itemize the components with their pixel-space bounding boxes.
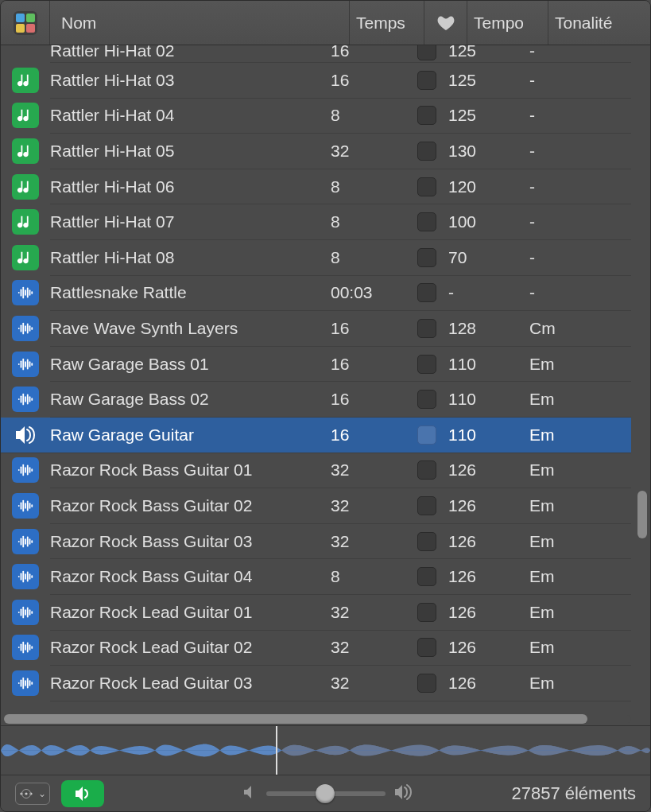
favorite-checkbox[interactable] xyxy=(417,355,436,374)
favorite-checkbox[interactable] xyxy=(417,567,436,586)
loop-name: Rattler Hi-Hat 02 xyxy=(50,45,331,60)
loop-favorite-cell xyxy=(405,638,448,657)
loop-name: Rattler Hi-Hat 07 xyxy=(50,212,331,231)
loop-row[interactable]: Rattler Hi-Hat 048125- xyxy=(50,99,631,134)
horizontal-scrollbar-thumb[interactable] xyxy=(4,714,587,724)
playhead[interactable] xyxy=(276,726,277,775)
audio-loop-icon xyxy=(12,316,39,341)
loop-tempo: 100 xyxy=(448,212,529,231)
loop-row-icon[interactable] xyxy=(1,422,50,448)
loop-row-icon[interactable] xyxy=(1,457,50,483)
favorite-checkbox[interactable] xyxy=(417,638,436,657)
item-count-label: 27857 éléments xyxy=(511,783,636,804)
loop-beats: 16 xyxy=(331,390,405,409)
favorite-checkbox[interactable] xyxy=(417,142,436,161)
volume-slider[interactable] xyxy=(266,791,386,796)
loop-row[interactable]: Raw Garage Guitar16110Em xyxy=(1,418,631,453)
horizontal-scrollbar[interactable] xyxy=(4,713,631,725)
loop-row[interactable]: Raw Garage Bass 0216110Em xyxy=(50,382,631,418)
loop-row-icon[interactable] xyxy=(1,493,50,519)
loop-row[interactable]: Rattler Hi-Hat 0216125- xyxy=(50,45,631,63)
volume-slider-knob[interactable] xyxy=(316,784,335,803)
column-header-favorite[interactable] xyxy=(424,1,467,45)
vertical-scrollbar[interactable] xyxy=(636,45,647,711)
loop-tempo: 126 xyxy=(448,460,529,480)
heart-icon xyxy=(437,15,455,31)
speaker-play-icon xyxy=(73,786,92,802)
favorite-checkbox[interactable] xyxy=(417,425,436,445)
loop-row-icon[interactable] xyxy=(1,352,50,377)
column-header-tempo[interactable]: Tempo xyxy=(467,1,548,45)
loop-row-icon[interactable] xyxy=(1,103,50,128)
loop-row-icon[interactable] xyxy=(1,387,50,412)
favorite-checkbox[interactable] xyxy=(417,248,436,267)
loop-row-icon[interactable] xyxy=(1,670,50,696)
favorite-checkbox[interactable] xyxy=(417,496,436,515)
loop-row[interactable]: Raw Garage Bass 0116110Em xyxy=(50,347,631,383)
more-menu-button[interactable]: ⌄ xyxy=(15,783,50,805)
loop-favorite-cell xyxy=(405,355,448,374)
loop-row[interactable]: Rattler Hi-Hat 0316125- xyxy=(50,63,631,99)
loop-row-icon[interactable] xyxy=(1,600,50,625)
loop-row[interactable]: Rattler Hi-Hat 0532130- xyxy=(50,134,631,169)
loop-tempo: 128 xyxy=(448,319,529,338)
column-header-name[interactable]: Nom xyxy=(50,1,350,45)
loop-key: Em xyxy=(529,567,631,586)
column-header-beats[interactable]: Temps xyxy=(350,1,424,45)
loop-beats: 16 xyxy=(331,425,405,445)
favorite-checkbox[interactable] xyxy=(417,603,436,622)
vertical-scrollbar-thumb[interactable] xyxy=(637,491,647,538)
favorite-checkbox[interactable] xyxy=(417,319,436,338)
loop-row-icon[interactable] xyxy=(1,174,50,200)
favorite-checkbox[interactable] xyxy=(417,674,436,693)
loop-list[interactable]: Rattler Hi-Hat 0216125-Rattler Hi-Hat 03… xyxy=(1,45,631,713)
loop-row[interactable]: Rattler Hi-Hat 068120- xyxy=(50,169,631,205)
loop-row-icon[interactable] xyxy=(1,209,50,235)
favorite-checkbox[interactable] xyxy=(417,283,436,302)
favorite-checkbox[interactable] xyxy=(417,212,436,231)
loop-row-icon[interactable] xyxy=(1,316,50,341)
loop-row[interactable]: Rattler Hi-Hat 078100- xyxy=(50,204,631,240)
loop-row[interactable]: Razor Rock Bass Guitar 048126Em xyxy=(50,559,631,595)
browser-category-button[interactable] xyxy=(1,1,50,45)
favorite-checkbox[interactable] xyxy=(417,71,436,90)
loop-row[interactable]: Rave Wave Synth Layers16128Cm xyxy=(50,311,631,347)
loop-row-icon[interactable] xyxy=(1,68,50,93)
loop-row-icon[interactable] xyxy=(1,280,50,305)
loop-row[interactable]: Rattlesnake Rattle00:03-- xyxy=(50,276,631,312)
loop-row-icon[interactable] xyxy=(1,635,50,660)
favorite-checkbox[interactable] xyxy=(417,460,436,480)
loop-row-icon[interactable] xyxy=(1,245,50,270)
loop-favorite-cell xyxy=(405,212,448,231)
waveform-icon xyxy=(1,726,650,775)
favorite-checkbox[interactable] xyxy=(417,45,436,60)
loop-row-icon[interactable] xyxy=(1,138,50,164)
preview-play-button[interactable] xyxy=(61,780,104,807)
loop-tempo: 130 xyxy=(448,142,529,161)
loop-row-icon[interactable] xyxy=(1,529,50,554)
loop-row[interactable]: Razor Rock Lead Guitar 0332126Em xyxy=(50,666,631,701)
column-header-key[interactable]: Tonalité xyxy=(548,1,650,45)
loop-beats: 8 xyxy=(331,177,405,196)
loop-row[interactable]: Razor Rock Lead Guitar 0132126Em xyxy=(50,595,631,631)
loop-row[interactable]: Razor Rock Bass Guitar 0332126Em xyxy=(50,524,631,560)
loop-favorite-cell xyxy=(405,71,448,90)
favorite-checkbox[interactable] xyxy=(417,390,436,409)
favorite-checkbox[interactable] xyxy=(417,106,436,125)
loop-row-icon[interactable] xyxy=(1,564,50,589)
loop-row[interactable]: Razor Rock Bass Guitar 0132126Em xyxy=(50,453,631,489)
loop-row[interactable]: Rattler Hi-Hat 08870- xyxy=(50,240,631,276)
loop-row[interactable]: Razor Rock Lead Guitar 0232126Em xyxy=(50,631,631,666)
loop-beats: 32 xyxy=(331,460,405,480)
waveform-preview[interactable] xyxy=(1,725,650,775)
favorite-checkbox[interactable] xyxy=(417,532,436,551)
loop-favorite-cell xyxy=(405,106,448,125)
loop-key: - xyxy=(529,177,631,196)
loop-tempo: 126 xyxy=(448,638,529,657)
loop-row[interactable]: Razor Rock Bass Guitar 0232126Em xyxy=(50,488,631,524)
midi-loop-icon xyxy=(12,138,39,164)
favorite-checkbox[interactable] xyxy=(417,177,436,196)
loop-tempo: 110 xyxy=(448,425,529,445)
loop-name: Rave Wave Synth Layers xyxy=(50,319,331,338)
audio-loop-icon xyxy=(12,352,39,377)
